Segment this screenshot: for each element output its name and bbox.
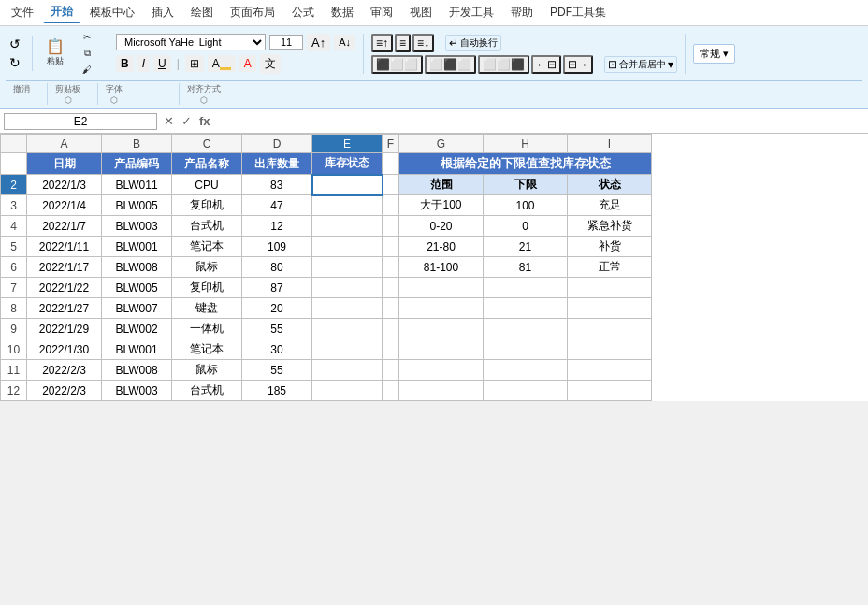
align-left-btn[interactable]: ⬛⬜⬜ — [371, 55, 423, 74]
cell-f3[interactable] — [383, 195, 399, 216]
menu-template[interactable]: 模板中心 — [82, 3, 142, 22]
cell-h5[interactable]: 21 — [484, 237, 568, 257]
cell-d11[interactable]: 55 — [242, 360, 312, 381]
cell-c10[interactable]: 笔记本 — [172, 339, 242, 360]
cell-f10[interactable] — [383, 339, 399, 360]
cell-i4[interactable]: 紧急补货 — [568, 216, 652, 237]
cell-h6[interactable]: 81 — [484, 257, 568, 278]
cell-e7[interactable] — [312, 278, 383, 298]
menu-insert[interactable]: 插入 — [144, 3, 181, 22]
cell-e2[interactable] — [312, 175, 383, 195]
cell-d7[interactable]: 87 — [242, 278, 312, 298]
cell-b7[interactable]: BLW005 — [102, 278, 172, 298]
menu-pdf[interactable]: PDF工具集 — [542, 3, 614, 22]
cell-f6[interactable] — [383, 257, 399, 278]
cell-g7[interactable] — [399, 278, 484, 298]
cell-e5[interactable] — [312, 237, 383, 257]
col-header-A[interactable]: A — [27, 135, 102, 153]
paste-btn[interactable]: 📋 粘贴 — [40, 37, 70, 69]
cell-i8[interactable] — [568, 298, 652, 319]
align-top-right-btn[interactable]: ≡↓ — [412, 34, 434, 52]
cell-f5[interactable] — [383, 237, 399, 257]
cell-d6[interactable]: 80 — [242, 257, 312, 278]
cell-i10[interactable] — [568, 339, 652, 360]
cell-c4[interactable]: 台式机 — [172, 216, 242, 237]
cell-d4[interactable]: 12 — [242, 216, 312, 237]
align-top-center-btn[interactable]: ≡ — [395, 34, 411, 52]
cell-c2[interactable]: CPU — [172, 175, 242, 195]
undo-btn[interactable]: ↺ — [6, 36, 24, 52]
cell-a7[interactable]: 2022/1/22 — [27, 278, 102, 298]
cell-g10[interactable] — [399, 339, 484, 360]
normal-dropdown-icon[interactable]: ▾ — [723, 48, 729, 59]
cell-b4[interactable]: BLW003 — [102, 216, 172, 237]
font-color-btn[interactable]: A — [239, 55, 256, 72]
cell-a6[interactable]: 2022/1/17 — [27, 257, 102, 278]
cell-b8[interactable]: BLW007 — [102, 298, 172, 319]
cell-i9[interactable] — [568, 319, 652, 339]
cell-i7[interactable] — [568, 278, 652, 298]
cell-e11[interactable] — [312, 360, 383, 381]
cell-f8[interactable] — [383, 298, 399, 319]
cell-f7[interactable] — [383, 278, 399, 298]
cell-d12[interactable]: 185 — [242, 381, 312, 401]
col-header-C[interactable]: C — [172, 135, 242, 153]
cell-a9[interactable]: 2022/1/29 — [27, 319, 102, 339]
cell-c9[interactable]: 一体机 — [172, 319, 242, 339]
cell-g9[interactable] — [399, 319, 484, 339]
cell-h7[interactable] — [484, 278, 568, 298]
col-header-H[interactable]: H — [484, 135, 568, 153]
menu-home[interactable]: 开始 — [43, 2, 80, 23]
cut-btn[interactable]: ✂ — [74, 30, 100, 44]
cell-b2[interactable]: BLW011 — [102, 175, 172, 195]
menu-file[interactable]: 文件 — [4, 3, 41, 22]
italic-btn[interactable]: I — [137, 55, 150, 72]
cell-e10[interactable] — [312, 339, 383, 360]
redo-btn[interactable]: ↻ — [6, 54, 24, 71]
cell-c6[interactable]: 鼠标 — [172, 257, 242, 278]
formula-input[interactable] — [217, 114, 864, 129]
cell-b10[interactable]: BLW001 — [102, 339, 172, 360]
cell-e12[interactable] — [312, 381, 383, 401]
cell-h3[interactable]: 100 — [484, 195, 568, 216]
col-header-G[interactable]: G — [399, 135, 484, 153]
cell-b11[interactable]: BLW008 — [102, 360, 172, 381]
cell-i2[interactable]: 状态 — [568, 175, 652, 195]
cell-e8[interactable] — [312, 298, 383, 319]
cell-h11[interactable] — [484, 360, 568, 381]
cell-c11[interactable]: 鼠标 — [172, 360, 242, 381]
cell-g8[interactable] — [399, 298, 484, 319]
cell-a8[interactable]: 2022/1/27 — [27, 298, 102, 319]
cell-g3[interactable]: 大于100 — [399, 195, 484, 216]
fill-color-btn[interactable]: A — [208, 55, 236, 72]
cell-a2[interactable]: 2022/1/3 — [27, 175, 102, 195]
merge-dropdown-icon[interactable]: ▾ — [668, 58, 673, 71]
cell-b9[interactable]: BLW002 — [102, 319, 172, 339]
cell-h4[interactable]: 0 — [484, 216, 568, 237]
insert-function-btn[interactable]: fx — [196, 114, 213, 128]
format-painter-btn[interactable]: 🖌 — [74, 63, 100, 77]
cell-a11[interactable]: 2022/2/3 — [27, 360, 102, 381]
cell-e3[interactable] — [312, 195, 383, 216]
align-center-btn[interactable]: ⬜⬛⬜ — [425, 55, 476, 74]
cell-g2[interactable]: 范围 — [399, 175, 484, 195]
align-top-left-btn[interactable]: ≡↑ — [371, 34, 393, 52]
font-name-select[interactable]: Microsoft YaHei Light — [116, 34, 266, 50]
cell-b12[interactable]: BLW003 — [102, 381, 172, 401]
copy-btn[interactable]: ⧉ — [74, 46, 100, 61]
cell-a5[interactable]: 2022/1/11 — [27, 237, 102, 257]
cell-b3[interactable]: BLW005 — [102, 195, 172, 216]
menu-help[interactable]: 帮助 — [503, 3, 541, 22]
cell-b5[interactable]: BLW001 — [102, 237, 172, 257]
cell-f9[interactable] — [383, 319, 399, 339]
cell-d3[interactable]: 47 — [242, 195, 312, 216]
cell-g5[interactable]: 21-80 — [399, 237, 484, 257]
cell-h8[interactable] — [484, 298, 568, 319]
cell-e9[interactable] — [312, 319, 383, 339]
cell-h2[interactable]: 下限 — [484, 175, 568, 195]
underline-btn[interactable]: U — [153, 55, 171, 72]
border-btn[interactable]: ⊞ — [185, 55, 204, 72]
cell-ref-input[interactable]: E2 — [4, 113, 157, 130]
confirm-formula-btn[interactable]: ✓ — [179, 114, 195, 128]
cell-d10[interactable]: 30 — [242, 339, 312, 360]
